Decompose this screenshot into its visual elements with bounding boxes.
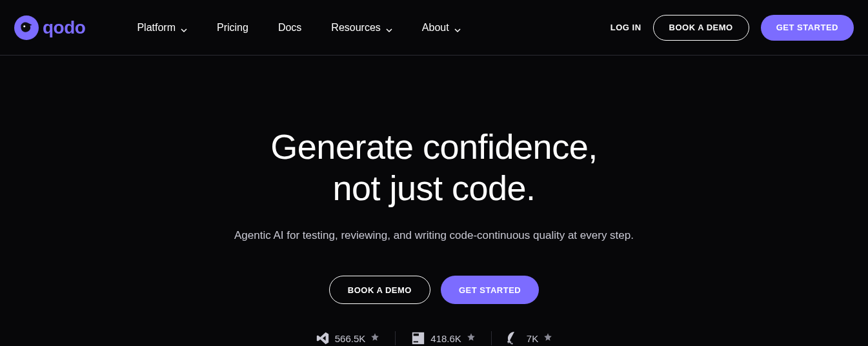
nav-label: Platform bbox=[137, 22, 176, 34]
svg-rect-2 bbox=[414, 334, 419, 336]
nav-item-platform[interactable]: Platform bbox=[137, 22, 187, 34]
hero-subtitle: Agentic AI for testing, reviewing, and w… bbox=[234, 229, 634, 242]
stat-jetbrains[interactable]: 418.6K bbox=[411, 331, 476, 345]
nav-label: Resources bbox=[331, 22, 380, 34]
divider bbox=[395, 331, 396, 345]
star-icon bbox=[370, 332, 379, 344]
hero-headline-line1: Generate confidence, bbox=[270, 127, 597, 166]
brand-logo-mark bbox=[14, 15, 39, 40]
get-started-button[interactable]: GET STARTED bbox=[761, 15, 854, 41]
hero-book-demo-button[interactable]: BOOK A DEMO bbox=[329, 276, 430, 304]
stat-value: 418.6K bbox=[430, 333, 461, 344]
nav-item-resources[interactable]: Resources bbox=[331, 22, 392, 34]
svg-point-0 bbox=[23, 25, 25, 27]
chevron-down-icon bbox=[181, 25, 187, 31]
stat-vscode[interactable]: 566.5K bbox=[316, 331, 380, 345]
primary-nav: Platform Pricing Docs Resources About bbox=[137, 22, 460, 34]
github-icon bbox=[507, 331, 521, 345]
book-demo-button[interactable]: BOOK A DEMO bbox=[653, 15, 749, 41]
nav-item-docs[interactable]: Docs bbox=[278, 22, 301, 34]
chevron-down-icon bbox=[386, 25, 392, 31]
hero-get-started-button[interactable]: GET STARTED bbox=[441, 276, 539, 304]
nav-label: Pricing bbox=[217, 22, 248, 34]
star-icon bbox=[467, 332, 476, 344]
stat-value: 566.5K bbox=[335, 333, 366, 344]
site-header: qodo Platform Pricing Docs Resources Abo… bbox=[0, 0, 868, 56]
stat-value: 7K bbox=[527, 333, 538, 344]
divider bbox=[491, 331, 492, 345]
star-icon bbox=[543, 332, 552, 344]
jetbrains-icon bbox=[411, 331, 425, 345]
stats-row: 566.5K 418.6K 7K bbox=[316, 331, 552, 345]
header-actions: LOG IN BOOK A DEMO GET STARTED bbox=[611, 15, 854, 41]
nav-label: About bbox=[422, 22, 449, 34]
login-link[interactable]: LOG IN bbox=[611, 23, 641, 32]
chevron-down-icon bbox=[454, 25, 461, 31]
brand-name: qodo bbox=[43, 17, 85, 38]
nav-label: Docs bbox=[278, 22, 301, 34]
vscode-icon bbox=[316, 331, 330, 345]
hero-actions: BOOK A DEMO GET STARTED bbox=[329, 276, 539, 304]
dog-head-icon bbox=[18, 19, 35, 36]
hero-headline-line2: not just code. bbox=[332, 168, 535, 207]
nav-item-about[interactable]: About bbox=[422, 22, 461, 34]
svg-rect-3 bbox=[414, 341, 418, 343]
hero-headline: Generate confidence, not just code. bbox=[270, 127, 597, 209]
brand-logo[interactable]: qodo bbox=[14, 15, 85, 40]
hero-section: Generate confidence, not just code. Agen… bbox=[0, 56, 868, 345]
nav-item-pricing[interactable]: Pricing bbox=[217, 22, 248, 34]
stat-github[interactable]: 7K bbox=[507, 331, 552, 345]
